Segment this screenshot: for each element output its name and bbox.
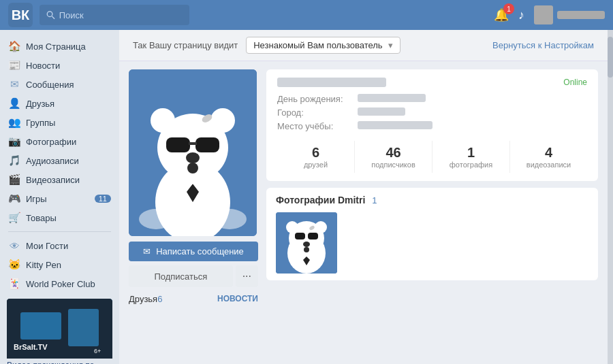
sidebar-item-news[interactable]: 📰 Новости xyxy=(0,56,119,75)
stat-videos-label: видеозаписи xyxy=(513,161,584,169)
stats-row: 6 друзей 46 подписчиков 1 фотография xyxy=(277,141,587,173)
birthday-row: День рождения: xyxy=(277,94,587,104)
city-label: Город: xyxy=(277,107,352,118)
sidebar-community[interactable]: BrSalt.TV 6+ Видео прохождения по играм.… xyxy=(7,299,112,364)
svg-point-27 xyxy=(315,221,327,233)
messages-icon: ✉ xyxy=(8,78,20,90)
notification-badge: 1 xyxy=(503,3,514,14)
stat-photos-number: 1 xyxy=(435,145,507,161)
birthday-label: День рождения: xyxy=(277,94,352,104)
groups-icon: 👥 xyxy=(8,116,20,129)
sidebar-label-friends: Друзья xyxy=(26,99,54,109)
sidebar-item-video[interactable]: 🎬 Видеозаписи xyxy=(0,170,119,189)
games-badge: 11 xyxy=(95,195,111,203)
stat-videos-number: 4 xyxy=(513,145,584,161)
stat-friends[interactable]: 6 друзей xyxy=(277,141,354,173)
photos-icon: 📷 xyxy=(8,135,20,148)
music-button[interactable]: ♪ xyxy=(518,8,524,22)
sidebar-label-photos: Фотографии xyxy=(26,137,76,147)
sidebar-label-groups: Группы xyxy=(26,118,55,128)
svg-line-1 xyxy=(52,16,54,19)
scrollbar-thumb[interactable] xyxy=(608,37,613,78)
view-select-dropdown[interactable]: Незнакомый Вам пользователь ▾ xyxy=(246,37,400,54)
sidebar-item-friends[interactable]: 👤 Друзья xyxy=(0,94,119,113)
goods-icon: 🛒 xyxy=(8,212,20,224)
svg-point-30 xyxy=(303,242,310,247)
friends-icon: 👤 xyxy=(8,97,20,110)
user-menu[interactable] xyxy=(534,5,605,24)
sidebar-item-poker[interactable]: 🃏 World Poker Club xyxy=(0,274,119,293)
search-box[interactable] xyxy=(40,5,189,25)
photos-grid xyxy=(276,212,588,274)
sidebar-divider xyxy=(8,231,111,232)
sidebar-item-groups[interactable]: 👥 Группы xyxy=(0,113,119,132)
back-to-settings-link[interactable]: Вернуться к Настройкам xyxy=(492,40,594,50)
svg-point-11 xyxy=(210,108,235,133)
news-icon: 📰 xyxy=(8,59,20,71)
photo-thumbnail-image xyxy=(276,212,337,274)
sidebar-item-my-page[interactable]: 🏠 Моя Страница xyxy=(0,37,119,56)
sidebar-item-audio[interactable]: 🎵 Аудиозаписи xyxy=(0,151,119,170)
community-art: BrSalt.TV 6+ xyxy=(7,299,112,359)
sidebar-item-photos[interactable]: 📷 Фотографии xyxy=(0,132,119,151)
photos-title: Фотографии Dmitri xyxy=(276,195,365,205)
games-icon: 🎮 xyxy=(8,193,20,205)
view-select-value: Незнакомый Вам пользователь xyxy=(253,40,382,50)
svg-point-15 xyxy=(186,152,200,163)
notifications-button[interactable]: 🔔 1 xyxy=(494,7,509,22)
subscribe-button[interactable]: Подписаться xyxy=(129,265,233,287)
sidebar-label-news: Новости xyxy=(26,61,60,71)
svg-rect-28 xyxy=(295,233,305,239)
sidebar-label-kitty: Kitty Pen xyxy=(26,260,61,270)
stat-subscribers-label: подписчиков xyxy=(358,161,429,169)
news-footer-label[interactable]: НОВОСТИ xyxy=(217,294,258,304)
sidebar-label-poker: World Poker Club xyxy=(26,279,95,289)
friends-footer-count: 6 xyxy=(157,294,162,304)
study-label: Место учёбы: xyxy=(277,121,352,131)
stat-photos-label: фотография xyxy=(435,161,507,169)
chevron-down-icon: ▾ xyxy=(388,40,393,50)
profile-avatar-image xyxy=(129,69,257,236)
profile-name-row: Online xyxy=(277,78,587,87)
svg-point-26 xyxy=(286,221,298,233)
friends-footer-label: Друзья xyxy=(129,294,157,304)
stat-videos[interactable]: 4 видеозаписи xyxy=(509,141,587,173)
photos-section-header: Фотографии Dmitri 1 xyxy=(276,195,588,205)
username-top xyxy=(557,11,605,19)
sidebar-label-audio: Аудиозаписи xyxy=(26,156,79,166)
home-icon: 🏠 xyxy=(8,40,20,52)
stat-subscribers-number: 46 xyxy=(358,145,429,161)
scrollbar[interactable] xyxy=(608,30,613,364)
svg-point-21 xyxy=(139,209,173,229)
svg-point-0 xyxy=(47,12,52,17)
study-value xyxy=(358,121,433,129)
online-badge: Online xyxy=(563,78,587,87)
sidebar-item-kitty[interactable]: 🐱 Kitty Pen xyxy=(0,255,119,274)
sidebar-label-games: Игры xyxy=(26,194,47,204)
svg-rect-12 xyxy=(166,137,190,152)
action-buttons: ✉ Написать сообщение Подписаться ··· xyxy=(129,242,258,287)
profile-right-column: Online День рождения: Город: Место учёбы… xyxy=(266,69,598,304)
topbar: ВК 🔔 1 ♪ xyxy=(0,0,613,30)
sidebar-label-video: Видеозаписи xyxy=(26,175,80,185)
more-actions-button[interactable]: ··· xyxy=(236,265,258,287)
sidebar-item-goods[interactable]: 🛒 Товары xyxy=(0,208,119,227)
sidebar-item-messages[interactable]: ✉ Сообщения xyxy=(0,75,119,94)
stat-subscribers[interactable]: 46 подписчиков xyxy=(354,141,432,173)
profile-left-column: ✉ Написать сообщение Подписаться ··· Дру… xyxy=(129,69,258,304)
svg-rect-4 xyxy=(68,309,99,346)
vk-logo[interactable]: ВК xyxy=(8,3,33,27)
sidebar-label-guests: Мои Гости xyxy=(26,241,68,251)
profile-info-card: Online День рождения: Город: Место учёбы… xyxy=(266,69,598,181)
message-icon: ✉ xyxy=(143,246,151,257)
write-message-button[interactable]: ✉ Написать сообщение xyxy=(129,242,258,261)
stat-friends-label: друзей xyxy=(280,161,351,169)
content-area: ✉ Написать сообщение Подписаться ··· Дру… xyxy=(119,61,608,364)
sidebar-item-games[interactable]: 🎮 Игры 11 xyxy=(0,189,119,208)
view-as-banner: Так Вашу страницу видит Незнакомый Вам п… xyxy=(119,30,608,61)
stat-photos[interactable]: 1 фотография xyxy=(432,141,509,173)
photo-thumbnail[interactable] xyxy=(276,212,337,274)
sidebar-item-guests[interactable]: 👁 Мои Гости xyxy=(0,236,119,255)
search-input[interactable] xyxy=(59,10,183,20)
friends-section-footer: Друзья 6 НОВОСТИ xyxy=(129,294,258,304)
